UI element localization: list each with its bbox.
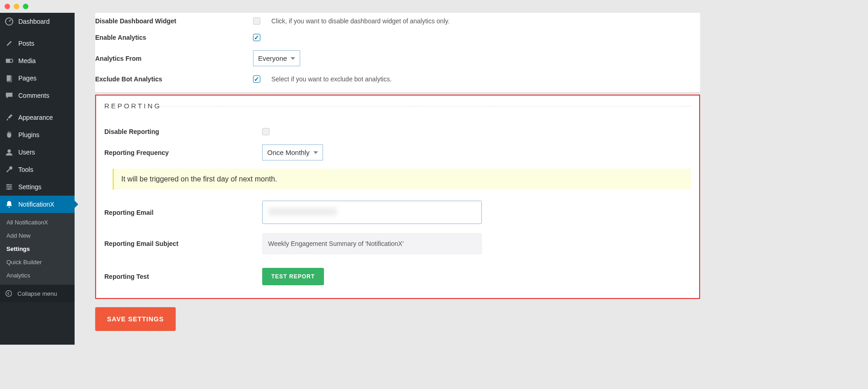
label-reporting-subject: Reporting Email Subject	[104, 240, 262, 247]
checkbox-enable-analytics[interactable]	[253, 34, 260, 41]
sidebar-item-comments[interactable]: Comments	[0, 87, 75, 104]
sidebar-item-label: Comments	[18, 92, 49, 99]
help-exclude-bot: Select if you want to exclude bot analyt…	[271, 75, 392, 83]
select-analytics-from[interactable]: Everyone	[253, 50, 300, 66]
sidebar-item-dashboard[interactable]: Dashboard	[0, 13, 75, 30]
save-settings-button[interactable]: SAVE SETTINGS	[95, 307, 176, 331]
label-analytics-from: Analytics From	[95, 55, 253, 62]
svg-point-5	[7, 149, 11, 153]
svg-point-9	[6, 291, 12, 297]
collapse-menu-label: Collapse menu	[17, 290, 57, 297]
collapse-icon	[5, 289, 13, 298]
test-report-button[interactable]: TEST REPORT	[262, 268, 324, 285]
minimize-window-dot[interactable]	[14, 4, 19, 9]
checkbox-exclude-bot[interactable]	[253, 75, 260, 83]
input-reporting-subject[interactable]: Weekly Engagement Summary of 'Notificati…	[262, 233, 482, 254]
bell-icon	[5, 200, 14, 209]
collapse-menu-button[interactable]: Collapse menu	[0, 285, 75, 302]
label-reporting-frequency: Reporting Frequency	[104, 149, 262, 156]
reporting-section: REPORTING Disable Reporting Reporting Fr…	[95, 95, 700, 299]
comments-icon	[5, 91, 14, 100]
close-window-dot[interactable]	[5, 4, 10, 9]
svg-point-7	[10, 186, 11, 188]
submenu-item-all[interactable]: All NotificationX	[0, 216, 75, 229]
submenu-item-quick-builder[interactable]: Quick Builder	[0, 256, 75, 269]
dashboard-icon	[5, 17, 14, 26]
brush-icon	[5, 113, 14, 122]
sidebar-item-label: NotificationX	[18, 201, 54, 208]
sidebar-item-appearance[interactable]: Appearance	[0, 109, 75, 126]
label-disable-reporting: Disable Reporting	[104, 128, 262, 135]
pages-icon	[5, 74, 14, 83]
wrench-icon	[5, 165, 14, 174]
plug-icon	[5, 130, 14, 139]
svg-point-6	[7, 184, 9, 186]
submenu-item-settings[interactable]: Settings	[0, 242, 75, 256]
reporting-email-value	[268, 208, 337, 216]
sidebar-item-pages[interactable]: Pages	[0, 69, 75, 87]
sidebar-item-label: Appearance	[18, 114, 53, 121]
label-enable-analytics: Enable Analytics	[95, 34, 253, 41]
checkbox-disable-reporting[interactable]	[262, 128, 270, 135]
sidebar-item-users[interactable]: Users	[0, 144, 75, 161]
sidebar-item-label: Tools	[18, 166, 33, 173]
pin-icon	[5, 39, 14, 48]
help-disable-dashboard-widget: Click, if you want to disable dashboard …	[271, 17, 450, 25]
svg-point-2	[10, 59, 13, 62]
select-reporting-frequency[interactable]: Once Monthly	[262, 144, 323, 160]
sidebar-item-label: Plugins	[18, 131, 39, 139]
sidebar-item-notificationx[interactable]: NotificationX	[0, 196, 75, 213]
sidebar-item-label: Users	[18, 149, 35, 156]
sidebar-item-label: Settings	[18, 183, 42, 191]
admin-sidebar: Dashboard Posts Media Pages Comments	[0, 13, 75, 345]
sidebar-submenu: All NotificationX Add New Settings Quick…	[0, 213, 75, 285]
label-exclude-bot: Exclude Bot Analytics	[95, 75, 253, 83]
sidebar-item-label: Pages	[18, 75, 37, 82]
maximize-window-dot[interactable]	[23, 4, 28, 9]
checkbox-disable-dashboard-widget[interactable]	[253, 17, 260, 25]
sidebar-item-media[interactable]: Media	[0, 52, 75, 69]
label-reporting-test: Reporting Test	[104, 273, 262, 280]
sidebar-item-plugins[interactable]: Plugins	[0, 126, 75, 144]
label-disable-dashboard-widget: Disable Dashboard Widget	[95, 17, 253, 25]
label-reporting-email: Reporting Email	[104, 209, 262, 216]
sidebar-item-label: Posts	[18, 40, 34, 47]
sidebar-item-tools[interactable]: Tools	[0, 161, 75, 178]
sidebar-item-label: Dashboard	[18, 18, 50, 25]
submenu-item-add-new[interactable]: Add New	[0, 229, 75, 242]
input-reporting-email[interactable]	[262, 201, 482, 224]
users-icon	[5, 148, 14, 157]
svg-point-8	[8, 188, 10, 190]
reporting-frequency-notice: It will be triggered on the first day of…	[113, 169, 691, 190]
titlebar	[0, 0, 714, 13]
media-icon	[5, 56, 14, 65]
sidebar-item-settings[interactable]: Settings	[0, 178, 75, 196]
sidebar-item-label: Media	[18, 57, 36, 64]
sidebar-item-posts[interactable]: Posts	[0, 35, 75, 52]
submenu-item-analytics[interactable]: Analytics	[0, 269, 75, 282]
main-content: Disable Dashboard Widget Click, if you w…	[75, 13, 714, 345]
section-title-reporting: REPORTING	[104, 102, 691, 114]
sliders-icon	[5, 182, 14, 192]
